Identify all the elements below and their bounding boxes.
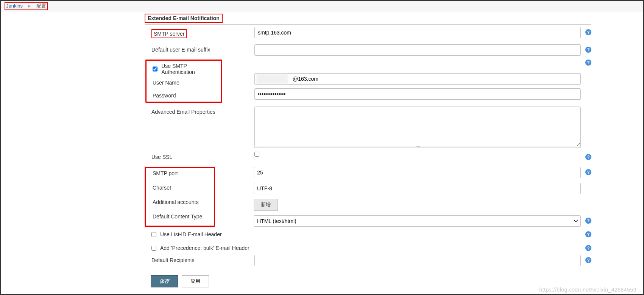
default-content-type-label: Default Content Type <box>153 213 211 220</box>
use-list-id-checkbox[interactable] <box>151 232 156 237</box>
smtp-port-label: SMTP port <box>153 170 211 176</box>
chevron-right-icon: ▶ <box>28 4 31 8</box>
default-recipients-input[interactable] <box>254 255 581 266</box>
apply-button[interactable]: 应用 <box>182 275 209 287</box>
password-label: Password <box>153 93 218 99</box>
watermark: https://blog.csdn.net/weixin_42684559 <box>539 287 636 293</box>
default-recipients-label: Default Recipients <box>145 255 254 265</box>
section-title: Extended E-mail Notification <box>145 14 223 23</box>
help-icon[interactable]: ? <box>585 154 591 160</box>
help-icon[interactable]: ? <box>585 47 591 53</box>
smtp-server-label: SMTP server <box>151 29 187 38</box>
default-suffix-input[interactable] <box>254 44 581 56</box>
use-smtp-auth-label: Use SMTP Authentication <box>161 63 218 75</box>
help-icon[interactable]: ? <box>585 231 591 237</box>
redacted-area <box>256 74 288 84</box>
help-icon[interactable]: ? <box>585 257 591 263</box>
drag-handle[interactable] <box>254 146 581 148</box>
advanced-props-textarea[interactable] <box>254 107 581 146</box>
smtp-server-input[interactable] <box>254 27 581 38</box>
breadcrumb-current: 配置 <box>36 3 46 9</box>
use-smtp-auth-checkbox[interactable] <box>153 66 157 72</box>
charset-input[interactable] <box>254 183 581 194</box>
add-precedence-label: Add 'Precedence: bulk' E-mail Header <box>160 245 249 251</box>
breadcrumb: Jenkins ▶ 配置 <box>1 1 643 11</box>
use-list-id-label: Use List-ID E-mail Header <box>160 231 222 237</box>
breadcrumb-highlight: Jenkins ▶ 配置 <box>5 2 48 10</box>
smtp-port-input[interactable] <box>254 167 581 178</box>
use-ssl-label: Use SSL <box>145 152 254 162</box>
help-icon[interactable]: ? <box>585 60 591 66</box>
use-ssl-checkbox[interactable] <box>254 152 259 157</box>
default-suffix-label: Default user E-mail suffix <box>145 44 254 55</box>
add-precedence-checkbox[interactable] <box>151 246 156 251</box>
help-icon[interactable]: ? <box>585 169 591 175</box>
additional-accounts-label: Additional accounts <box>153 199 211 205</box>
user-name-input[interactable] <box>254 73 581 85</box>
help-icon[interactable]: ? <box>585 218 591 224</box>
password-input[interactable] <box>254 88 581 100</box>
save-button[interactable]: 保存 <box>151 275 178 287</box>
charset-label: Charset <box>153 185 211 191</box>
default-content-type-select[interactable]: HTML (text/html) <box>254 215 581 227</box>
help-icon[interactable]: ? <box>585 245 591 251</box>
advanced-props-label: Advanced Email Properties <box>145 107 254 117</box>
help-icon[interactable]: ? <box>585 29 591 35</box>
add-account-button[interactable]: 新增 <box>254 199 278 211</box>
breadcrumb-root-link[interactable]: Jenkins <box>6 3 23 9</box>
user-name-label: User Name <box>153 80 218 86</box>
